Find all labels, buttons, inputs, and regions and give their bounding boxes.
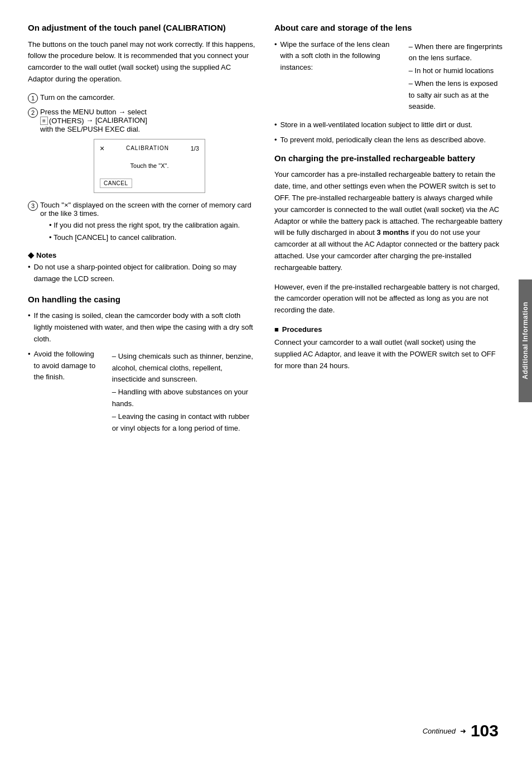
notes-title: ◆ Notes xyxy=(28,250,258,259)
lens-dash-3: When the lens is exposed to salty air su… xyxy=(409,78,504,113)
lens-dash-1: When there are fingerprints on the lens … xyxy=(409,41,504,65)
casing-title: On handling the casing xyxy=(28,294,258,305)
calibration-box-title: CALIBRATION xyxy=(126,145,169,151)
notes-label: Notes xyxy=(36,251,56,259)
calibration-touch-text: Touch the "X". xyxy=(130,162,169,169)
step-1-text: Turn on the camcorder. xyxy=(40,93,258,102)
sub-bullet-2: Touch [CANCEL] to cancel calibration. xyxy=(49,232,258,244)
step-3-subbullets: If you did not press the right spot, try… xyxy=(40,220,258,244)
notes-box: ◆ Notes Do not use a sharp-pointed objec… xyxy=(28,250,258,285)
continued-text: Continued xyxy=(423,727,456,735)
lens-dash-list: When there are fingerprints on the lens … xyxy=(398,41,504,114)
step-2: 2 Press the MENU button → select ≡(OTHER… xyxy=(28,108,258,133)
lens-bullet-1: Wipe the surface of the lens clean with … xyxy=(274,39,504,117)
calibration-box: × CALIBRATION 1/3 Touch the "X". CANCEL xyxy=(94,139,205,193)
left-column: On adjustment of the touch panel (CALIBR… xyxy=(28,22,258,724)
procedures-label: Procedures xyxy=(282,325,322,334)
step-3-text: Touch "×" displayed on the screen with t… xyxy=(40,201,258,245)
procedures-title: Procedures xyxy=(274,325,504,334)
lens-bullet-3: To prevent mold, periodically clean the … xyxy=(274,134,504,146)
casing-bullets: If the casing is soiled, clean the camco… xyxy=(28,310,258,437)
step-3-num: 3 xyxy=(28,201,38,211)
casing-dash-2: Handling with above substances on your h… xyxy=(112,387,258,410)
battery-title: On charging the pre-installed rechargeab… xyxy=(274,153,504,164)
step-2-num: 2 xyxy=(28,108,38,118)
notes-item-1: Do not use a sharp-pointed object for ca… xyxy=(28,262,258,285)
lens-bullets: Wipe the surface of the lens clean with … xyxy=(274,39,504,146)
casing-bullet-2: Avoid the following to avoid damage to t… xyxy=(28,349,258,438)
step-1: 1 Turn on the camcorder. xyxy=(28,93,258,103)
calibration-box-header: × CALIBRATION 1/3 xyxy=(100,144,199,153)
casing-dash-3: Leaving the casing in contact with rubbe… xyxy=(112,411,258,435)
battery-body-part1: Your camcorder has a pre-installed recha… xyxy=(274,170,502,237)
page: On adjustment of the touch panel (CALIBR… xyxy=(0,0,532,757)
calibration-box-page: 1/3 xyxy=(191,145,199,152)
sidebar-tab: Additional Information xyxy=(519,279,532,402)
lens-section: About care and storage of the lens Wipe … xyxy=(274,22,504,146)
sub-bullet-1: If you did not press the right spot, try… xyxy=(49,220,258,232)
calibration-cancel-label: CANCEL xyxy=(100,179,132,188)
sidebar-label: Additional Information xyxy=(521,302,529,379)
battery-body-2: However, even if the pre-installed recha… xyxy=(274,282,504,316)
page-number: 103 xyxy=(471,721,499,740)
lens-dash-2: In hot or humid locations xyxy=(409,65,504,77)
procedures-section: Procedures Connect your camcorder to a w… xyxy=(274,325,504,372)
lens-bullet-2: Store in a well-ventilated location subj… xyxy=(274,119,504,131)
casing-dash-1: Using chemicals such as thinner, benzine… xyxy=(112,351,258,385)
calibration-title: On adjustment of the touch panel (CALIBR… xyxy=(28,22,258,33)
casing-bullet-1: If the casing is soiled, clean the camco… xyxy=(28,310,258,345)
calibration-cancel-wrapper: CANCEL xyxy=(100,179,199,188)
step-3: 3 Touch "×" displayed on the screen with… xyxy=(28,201,258,245)
calibration-section: On adjustment of the touch panel (CALIBR… xyxy=(28,22,258,285)
casing-bullet-2-text: Avoid the following to avoid damage to t… xyxy=(34,349,101,383)
lens-bullet-1-text: Wipe the surface of the lens clean with … xyxy=(280,39,398,74)
calibration-box-wrapper: × CALIBRATION 1/3 Touch the "X". CANCEL xyxy=(41,139,258,193)
step-2-text: Press the MENU button → select ≡(OTHERS)… xyxy=(40,108,258,133)
sidebar-wrapper: Additional Information xyxy=(516,0,532,757)
arrow-icon: ➜ xyxy=(460,727,466,735)
calibration-body: The buttons on the touch panel may not w… xyxy=(28,39,258,85)
calibration-box-icon: × xyxy=(100,144,104,153)
right-column: About care and storage of the lens Wipe … xyxy=(274,22,504,724)
page-footer: Continued ➜ 103 xyxy=(423,721,499,740)
calibration-box-body: Touch the "X". xyxy=(100,157,199,174)
battery-bold-months: 3 months xyxy=(377,228,409,237)
notes-list: Do not use a sharp-pointed object for ca… xyxy=(28,262,258,285)
procedures-body: Connect your camcorder to a wall outlet … xyxy=(274,337,504,372)
battery-section: On charging the pre-installed rechargeab… xyxy=(274,153,504,372)
casing-dash-list: Using chemicals such as thinner, benzine… xyxy=(101,351,258,436)
step-1-num: 1 xyxy=(28,93,38,103)
main-content: On adjustment of the touch panel (CALIBR… xyxy=(28,22,504,724)
step-3-main: Touch "×" displayed on the screen with t… xyxy=(40,201,252,218)
casing-section: On handling the casing If the casing is … xyxy=(28,294,258,437)
battery-body: Your camcorder has a pre-installed recha… xyxy=(274,169,504,273)
notes-icon: ◆ xyxy=(28,250,34,259)
lens-title: About care and storage of the lens xyxy=(274,22,504,33)
